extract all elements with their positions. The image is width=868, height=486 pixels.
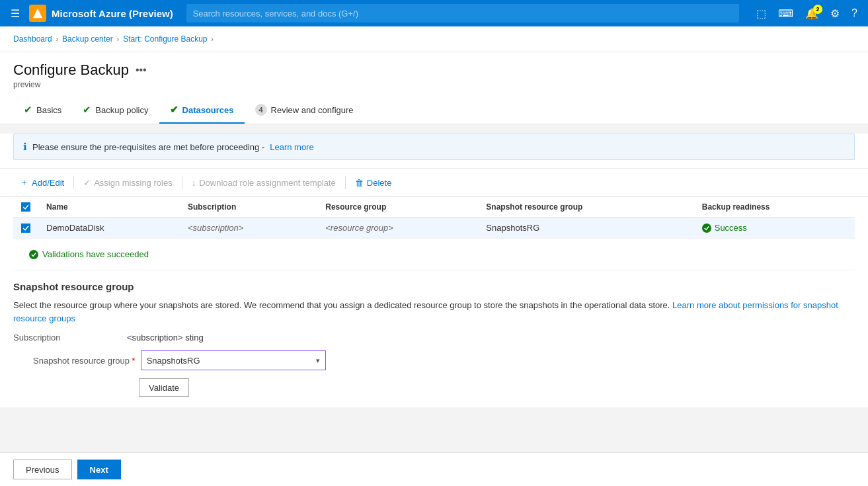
col-subscription: Subscription [180, 197, 317, 218]
help-icon[interactable]: ? [848, 5, 861, 22]
breadcrumb-sep-3: › [212, 36, 214, 43]
validate-button[interactable]: Validate [139, 378, 189, 397]
col-name: Name [38, 197, 180, 218]
review-tab-num: 4 [255, 104, 267, 116]
tab-basics[interactable]: ✔ Basics [13, 97, 72, 124]
row-readiness: Success [694, 218, 855, 239]
breadcrumb: Dashboard › Backup center › Start: Confi… [0, 26, 868, 52]
row-subscription: <subscription> [180, 218, 317, 239]
delete-label: Delete [367, 178, 392, 188]
add-edit-label: Add/Edit [32, 178, 64, 188]
subscription-display: <subscription> sting [127, 333, 204, 343]
add-edit-button[interactable]: ＋ Add/Edit [13, 174, 71, 191]
snapshot-rg-dropdown[interactable]: SnapshotsRG ▾ [141, 350, 326, 370]
azure-logo [29, 5, 46, 22]
snapshot-rg-form-row: Snapshot resource group * SnapshotsRG ▾ [13, 350, 855, 370]
row-checkbox[interactable] [21, 223, 30, 233]
row-resource-group: <resource group> [317, 218, 478, 239]
tab-datasources[interactable]: ✔ Datasources [159, 97, 245, 124]
assign-roles-button[interactable]: ✓ Assign missing roles [77, 175, 179, 190]
tab-basics-label: Basics [36, 105, 61, 115]
col-readiness: Backup readiness [694, 197, 855, 218]
delete-icon: 🗑 [355, 178, 364, 188]
breadcrumb-sep-2: › [117, 36, 119, 43]
assign-roles-label: Assign missing roles [94, 178, 173, 188]
notifications-icon[interactable]: 🔔 2 [801, 5, 822, 22]
subscription-value-display: <subscription> [127, 333, 183, 343]
tab-datasources-label: Datasources [182, 105, 234, 115]
breadcrumb-backup-center[interactable]: Backup center [62, 34, 113, 44]
subscription-value: <subscription> [188, 223, 244, 233]
top-navigation: ☰ Microsoft Azure (Preview) ⬚ ⌨ 🔔 2 ⚙ ? [0, 0, 868, 26]
snapshot-rg-label-text: Snapshot resource group [33, 356, 130, 366]
learn-more-link[interactable]: Learn more [270, 142, 313, 152]
col-snapshot-rg: Snapshot resource group [478, 197, 693, 218]
breadcrumb-dashboard[interactable]: Dashboard [13, 34, 52, 44]
snapshot-rg-selected-value: SnapshotsRG [147, 356, 200, 366]
info-banner-text: Please ensure the pre-requisites are met… [32, 142, 264, 152]
subscription-label: Subscription [13, 333, 119, 343]
row-snapshot-rg: SnapshotsRG [478, 218, 693, 239]
hamburger-menu[interactable]: ☰ [7, 5, 24, 22]
download-template-button[interactable]: ↓ Download role assignment template [185, 175, 342, 190]
toolbar-sep-2 [182, 176, 182, 189]
datasource-table-wrapper: Name Subscription Resource group Snapsho… [0, 197, 868, 270]
app-title: Microsoft Azure (Preview) [52, 8, 173, 19]
col-resource-group: Resource group [317, 197, 478, 218]
tab-backup-policy-label: Backup policy [95, 105, 148, 115]
toolbar-sep-1 [73, 176, 74, 189]
validation-row: Validations have succeeded [13, 239, 855, 270]
notification-badge: 2 [813, 5, 822, 14]
nav-icons: ⬚ ⌨ 🔔 2 ⚙ ? [752, 5, 861, 22]
breadcrumb-sep-1: › [56, 36, 58, 43]
more-options-button[interactable]: ••• [136, 64, 147, 76]
table-header-row: Name Subscription Resource group Snapsho… [13, 197, 855, 218]
breadcrumb-configure-backup[interactable]: Start: Configure Backup [123, 34, 207, 44]
datasource-toolbar: ＋ Add/Edit ✓ Assign missing roles ↓ Down… [0, 168, 868, 197]
snapshot-section: Snapshot resource group Select the resou… [0, 270, 868, 407]
subscription-form-row: Subscription <subscription> sting [13, 333, 855, 343]
download-icon: ↓ [192, 178, 196, 188]
readiness-value: Success [715, 223, 747, 233]
search-input[interactable] [193, 9, 732, 19]
resource-group-value: <resource group> [325, 223, 393, 233]
check-assign-icon: ✓ [83, 178, 91, 188]
validation-check-icon [29, 250, 38, 259]
row-name: DemoDataDisk [38, 218, 180, 239]
validation-text: Validations have succeeded [42, 249, 149, 259]
dropdown-arrow-icon: ▾ [316, 356, 320, 365]
search-box[interactable] [186, 4, 739, 22]
table-row[interactable]: DemoDataDisk <subscription> <resource gr… [13, 218, 855, 239]
info-banner: ℹ Please ensure the pre-requisites are m… [13, 134, 855, 160]
snapshot-rg-label: Snapshot resource group * [33, 356, 136, 366]
required-marker: * [132, 356, 136, 366]
basics-check-icon: ✔ [24, 104, 32, 116]
success-circle-icon [702, 223, 711, 233]
snapshot-section-desc: Select the resource group where your sna… [13, 299, 855, 325]
svg-marker-0 [33, 9, 42, 18]
backup-policy-check-icon: ✔ [83, 104, 91, 116]
page-title: Configure Backup [13, 61, 129, 79]
snapshot-desc-text: Select the resource group where your sna… [13, 300, 670, 310]
validate-row: Validate [13, 378, 855, 397]
settings-icon[interactable]: ⚙ [826, 5, 844, 22]
header-checkbox[interactable] [21, 202, 30, 212]
row-checkbox-cell [13, 218, 38, 239]
wizard-tabs: ✔ Basics ✔ Backup policy ✔ Datasources 4… [13, 97, 855, 124]
cloud-shell-icon[interactable]: ⌨ [774, 5, 797, 22]
add-icon: ＋ [20, 177, 28, 188]
validation-cell: Validations have succeeded [13, 239, 855, 270]
readiness-badge: Success [702, 223, 847, 233]
subscription-suffix: sting [185, 333, 203, 343]
toolbar-sep-3 [345, 176, 346, 189]
tab-review[interactable]: 4 Review and configure [245, 97, 364, 124]
datasource-table: Name Subscription Resource group Snapsho… [13, 197, 855, 270]
tab-backup-policy[interactable]: ✔ Backup policy [72, 97, 159, 124]
delete-button[interactable]: 🗑 Delete [348, 175, 399, 190]
info-icon: ℹ [23, 141, 27, 153]
snapshot-section-title: Snapshot resource group [13, 281, 855, 292]
portal-icon[interactable]: ⬚ [752, 5, 770, 22]
page-header: Configure Backup ••• preview ✔ Basics ✔ … [0, 52, 868, 124]
page-preview-label: preview [13, 80, 855, 89]
main-content: ℹ Please ensure the pre-requisites are m… [0, 134, 868, 407]
